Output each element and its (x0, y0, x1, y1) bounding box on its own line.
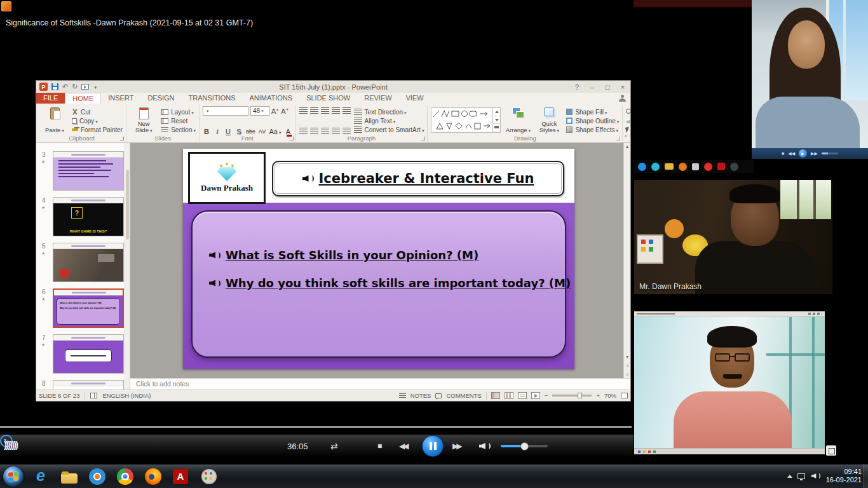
strikethrough-button[interactable]: abc (246, 128, 255, 135)
normal-view-button[interactable] (491, 392, 500, 399)
slide-canvas[interactable]: Dawn Prakash Icebreaker & Interactive Fu… (183, 149, 574, 369)
slide-title-box[interactable]: Icebreaker & Interactive Fun (272, 161, 564, 196)
scroll-down-icon[interactable]: ▼ (624, 355, 630, 359)
fit-to-window-button[interactable] (621, 393, 628, 398)
help-button[interactable]: ? (569, 81, 585, 93)
zoom-slider[interactable] (552, 395, 592, 396)
media-player-icon[interactable] (89, 468, 105, 485)
zoom-out-button[interactable]: − (545, 392, 548, 399)
zoom-in-button[interactable]: + (596, 392, 600, 399)
align-left-button[interactable] (299, 128, 308, 134)
character-spacing-button[interactable]: AV (259, 128, 266, 135)
undo-icon[interactable]: ↶ (62, 83, 68, 90)
thumbnail-slide-3[interactable]: 3 ★ (36, 151, 130, 191)
justify-button[interactable] (332, 128, 340, 134)
minimize-button[interactable]: – (585, 81, 600, 93)
volume-icon[interactable] (811, 472, 820, 480)
numbering-button[interactable] (310, 107, 318, 114)
font-size-combo[interactable]: 48 (250, 106, 269, 116)
mini-rewind-button[interactable]: ◀◀ (788, 151, 795, 156)
select-button[interactable]: Select (626, 125, 630, 134)
replace-button[interactable]: Replace (626, 116, 630, 125)
app-icon-red[interactable] (704, 163, 712, 171)
pause-button[interactable] (422, 435, 444, 457)
slide-logo-box[interactable]: Dawn Prakash (188, 152, 266, 204)
grow-font-button[interactable]: A (271, 107, 279, 115)
app-icon-dark[interactable] (730, 163, 738, 171)
next-slide-button[interactable]: » (625, 372, 630, 378)
spellcheck-icon[interactable] (90, 393, 97, 398)
drawing-dialog-launcher[interactable] (616, 136, 621, 141)
shape-effects-button[interactable]: Shape Effects (566, 125, 619, 134)
mini-play-button[interactable]: ▶ (799, 149, 807, 158)
popout-icon[interactable] (826, 445, 836, 456)
increase-indent-button[interactable] (332, 107, 340, 114)
start-button[interactable] (3, 466, 24, 487)
app-icon-adobe[interactable] (717, 163, 725, 170)
align-center-button[interactable] (310, 128, 318, 134)
mini-forward-button[interactable]: ▶▶ (811, 151, 818, 156)
format-painter-button[interactable]: Format Painter (72, 125, 123, 134)
scroll-up-icon[interactable]: ▲ (624, 144, 630, 149)
app-icon-folder[interactable] (665, 163, 674, 170)
section-button[interactable]: Section (161, 125, 196, 134)
tab-animations[interactable]: ANIMATIONS (243, 93, 300, 104)
network-icon[interactable] (797, 473, 805, 479)
paragraph-dialog-launcher[interactable] (421, 136, 426, 141)
stop-button[interactable]: ■ (377, 442, 382, 451)
customize-qat-icon[interactable] (93, 83, 97, 91)
thumbnail-slide-5[interactable]: 5 ★ (36, 243, 130, 282)
file-explorer-icon[interactable] (61, 468, 78, 485)
fast-forward-button[interactable]: ▶▶ (452, 442, 460, 451)
shuffle-button[interactable]: ⇄ (330, 441, 338, 451)
show-hidden-icons-button[interactable] (787, 475, 792, 478)
shapes-more[interactable] (493, 124, 500, 132)
chrome-icon[interactable] (117, 468, 133, 485)
decrease-indent-button[interactable] (321, 107, 329, 114)
notes-toggle[interactable]: NOTES (410, 392, 431, 399)
comments-toggle[interactable]: COMMENTS (446, 392, 481, 399)
internet-explorer-icon[interactable] (33, 468, 50, 485)
ppt-titlebar[interactable]: P ↶ ↻ SIT 15th July (1).pptx - PowerPoin… (36, 81, 630, 93)
align-text-button[interactable]: Align Text (354, 116, 424, 125)
mute-button[interactable] (479, 441, 490, 451)
app-icon-gray[interactable] (692, 163, 699, 170)
zoom-slider-thumb[interactable] (578, 393, 582, 398)
paint-palette-icon[interactable] (201, 468, 217, 485)
tab-home[interactable]: HOME (65, 93, 101, 104)
app-icon-browser-2[interactable] (651, 163, 660, 171)
language-indicator[interactable]: ENGLISH (INDIA) (102, 392, 151, 399)
mini-stop-button[interactable]: ■ (782, 151, 784, 156)
thumbnail-slide-8[interactable]: 8 (36, 380, 130, 390)
smartart-button[interactable]: Convert to SmartArt (354, 125, 424, 134)
slide-indicator[interactable]: SLIDE 6 OF 23 (39, 392, 79, 399)
tab-review[interactable]: REVIEW (357, 93, 398, 104)
layout-button[interactable]: Layout (161, 107, 196, 116)
font-name-combo[interactable] (203, 106, 248, 116)
thumbnail-slide-7[interactable]: 7 ★ (36, 334, 130, 374)
find-button[interactable]: Find (626, 107, 630, 116)
shapes-scroll-up[interactable] (493, 108, 500, 116)
line-spacing-button[interactable] (342, 107, 351, 114)
clipboard-dialog-launcher[interactable] (119, 136, 125, 141)
reset-button[interactable]: Reset (161, 116, 196, 125)
save-icon[interactable] (51, 83, 58, 90)
thumbnail-slide-6-selected[interactable]: 6 ★ What is Soft Skills in your Opinion?… (36, 288, 130, 328)
rewind-button[interactable]: ◀◀ (399, 442, 407, 451)
start-slideshow-icon[interactable] (81, 84, 89, 90)
slide-editing-area[interactable]: Dawn Prakash Icebreaker & Interactive Fu… (130, 143, 630, 378)
cut-button[interactable]: Cut (72, 107, 123, 116)
mini-seek-slider[interactable] (822, 152, 838, 154)
redo-icon[interactable]: ↻ (72, 83, 78, 90)
slide-sorter-view-button[interactable] (505, 392, 513, 399)
app-icon-browser[interactable] (638, 163, 646, 171)
video-progress-bar[interactable] (0, 426, 632, 428)
show-desktop-button[interactable] (864, 464, 868, 488)
close-button[interactable]: × (615, 81, 630, 93)
shapes-gallery[interactable] (431, 107, 501, 133)
tray-clock[interactable]: 09:41 16-09-2021 (826, 468, 862, 484)
tab-insert[interactable]: INSERT (101, 93, 140, 104)
thumbnail-slide-4[interactable]: 4 ★ ? WHAT GAME IS THIS? (36, 197, 130, 236)
paste-button[interactable]: Paste (41, 106, 69, 135)
shapes-scroll-down[interactable] (493, 116, 500, 125)
